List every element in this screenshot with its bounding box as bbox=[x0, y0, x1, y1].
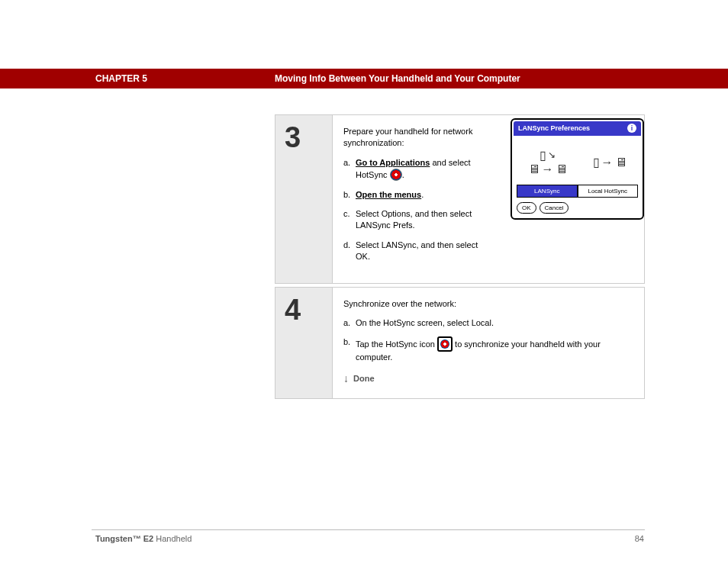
computer-icon: 🖥 bbox=[556, 163, 568, 175]
text: Select LANSync, and then select OK. bbox=[356, 240, 478, 261]
document-page: CHAPTER 5 Moving Info Between Your Handh… bbox=[0, 0, 728, 563]
substep: b. Open the menus. bbox=[343, 189, 481, 201]
text: Select Options, and then select LANSync … bbox=[356, 209, 472, 230]
step-body: Prepare your handheld for network synchr… bbox=[333, 115, 644, 283]
product-rest: Handheld bbox=[153, 534, 192, 543]
open-the-menus-link[interactable]: Open the menus bbox=[356, 190, 421, 199]
dialog-title: LANSync Preferences bbox=[518, 124, 590, 134]
step-lead: Synchronize over the network: bbox=[343, 298, 633, 310]
list-marker: c. bbox=[343, 208, 350, 220]
substep: a. On the HotSync screen, select Local. bbox=[343, 317, 633, 329]
dialog-title-bar: LANSync Preferences i bbox=[514, 121, 641, 136]
handheld-icon: ▯ bbox=[593, 156, 600, 169]
step-number: 3 bbox=[275, 115, 333, 283]
lan-sync-diagram: ▯↘ 🖥→🖥 bbox=[528, 149, 568, 175]
running-title: Moving Info Between Your Handheld and Yo… bbox=[275, 73, 520, 84]
product-name: Tungsten™ E2 Handheld bbox=[95, 534, 192, 543]
substep: b. Tap the HotSync icon to synchronize y… bbox=[343, 336, 633, 363]
footer-rule bbox=[92, 529, 645, 530]
substep: c. Select Options, and then select LANSy… bbox=[343, 208, 481, 232]
tab-local-hotsync[interactable]: Local HotSync bbox=[578, 185, 639, 198]
done-arrow-icon: ↓ bbox=[343, 372, 349, 387]
step-4: 4 Synchronize over the network: a. On th… bbox=[275, 287, 645, 400]
text: . bbox=[421, 190, 424, 199]
dialog-canvas: ▯↘ 🖥→🖥 ▯→🖥 bbox=[512, 137, 643, 185]
header-bar: CHAPTER 5 Moving Info Between Your Handh… bbox=[0, 69, 728, 88]
done-indicator: ↓ Done bbox=[343, 372, 633, 387]
substep: a. Go to Applications and select HotSync… bbox=[343, 157, 481, 182]
step-body: Synchronize over the network: a. On the … bbox=[333, 288, 644, 399]
list-marker: b. bbox=[343, 336, 350, 348]
info-icon: i bbox=[627, 124, 636, 133]
list-marker: a. bbox=[343, 317, 350, 329]
computer-icon: 🖥 bbox=[615, 156, 627, 169]
steps-container: 3 Prepare your handheld for network sync… bbox=[275, 114, 645, 402]
go-to-applications-link[interactable]: Go to Applications bbox=[356, 158, 430, 167]
page-number: 84 bbox=[635, 534, 644, 543]
substep-list: a. On the HotSync screen, select Local. … bbox=[343, 317, 633, 364]
text: On the HotSync screen, select Local. bbox=[356, 318, 494, 327]
handheld-icon: ▯ bbox=[540, 150, 546, 162]
tab-lansync[interactable]: LANSync bbox=[517, 185, 578, 198]
arrow-icon: ↘ bbox=[548, 149, 556, 162]
substep: d. Select LANSync, and then select OK. bbox=[343, 240, 481, 263]
product-bold: Tungsten™ E2 bbox=[95, 534, 153, 543]
list-marker: a. bbox=[343, 157, 350, 169]
cancel-button[interactable]: Cancel bbox=[540, 202, 569, 214]
ok-button[interactable]: OK bbox=[517, 202, 536, 214]
arrow-icon: → bbox=[601, 156, 614, 169]
list-marker: b. bbox=[343, 189, 350, 201]
text: . bbox=[402, 170, 404, 179]
hotsync-icon bbox=[390, 169, 402, 181]
local-sync-diagram: ▯→🖥 bbox=[593, 156, 627, 169]
step-3: 3 Prepare your handheld for network sync… bbox=[275, 114, 645, 284]
dialog-buttons: OK Cancel bbox=[517, 202, 643, 214]
chapter-label: CHAPTER 5 bbox=[95, 73, 147, 84]
arrow-icon: → bbox=[542, 163, 554, 175]
step-number: 4 bbox=[275, 288, 333, 399]
step-lead: Prepare your handheld for network synchr… bbox=[343, 126, 481, 150]
lansync-preferences-dialog: LANSync Preferences i ▯↘ 🖥→🖥 ▯→🖥 LA bbox=[511, 118, 644, 220]
text: Tap the HotSync icon bbox=[356, 339, 437, 349]
hotsync-icon bbox=[437, 336, 453, 352]
tab-row: LANSync Local HotSync bbox=[517, 185, 638, 198]
list-marker: d. bbox=[343, 240, 350, 251]
done-label: Done bbox=[353, 373, 375, 384]
computer-icon: 🖥 bbox=[528, 163, 540, 175]
